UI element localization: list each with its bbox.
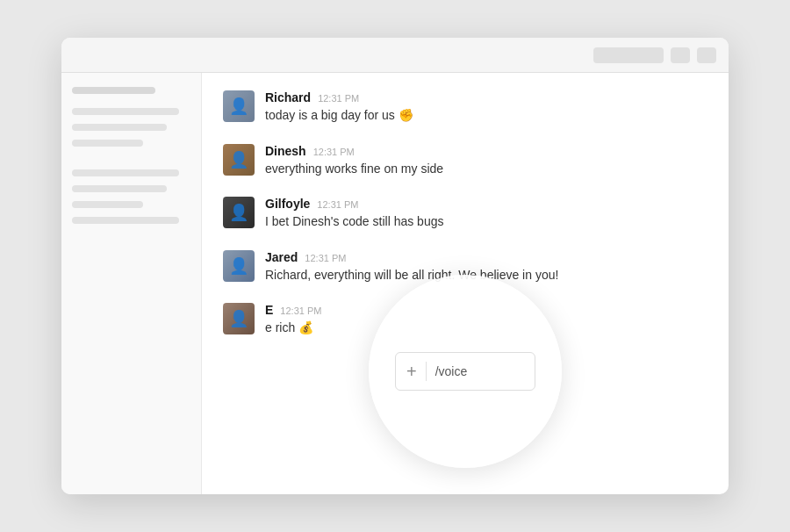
- sidebar-item[interactable]: [72, 169, 179, 176]
- avatar: 👤: [223, 197, 255, 228]
- message-header: Dinesh 12:31 PM: [265, 144, 707, 158]
- timestamp: 12:31 PM: [305, 253, 346, 263]
- message-row: 👤 Gilfoyle 12:31 PM I bet Dinesh's code …: [223, 197, 707, 231]
- sender-name: Dinesh: [265, 144, 306, 158]
- input-divider: [426, 362, 427, 381]
- sidebar-title: [72, 87, 155, 94]
- message-header: Jared 12:31 PM: [265, 250, 707, 264]
- message-text: everything works fine on my side: [265, 161, 707, 178]
- sender-name: Jared: [265, 250, 298, 264]
- sidebar-item[interactable]: [72, 201, 143, 208]
- sidebar: [61, 73, 202, 494]
- sidebar-item[interactable]: [72, 185, 167, 192]
- sender-name: Gilfoyle: [265, 197, 310, 211]
- timestamp: 12:31 PM: [318, 93, 359, 104]
- avatar: 👤: [223, 90, 255, 122]
- sidebar-item[interactable]: [72, 140, 143, 147]
- avatar: 👤: [223, 250, 255, 282]
- message-content: Gilfoyle 12:31 PM I bet Dinesh's code st…: [265, 197, 707, 231]
- sidebar-item[interactable]: [72, 124, 167, 131]
- timestamp: 12:31 PM: [313, 147, 355, 157]
- chat-area: 👤 Richard 12:31 PM today is a big day fo…: [202, 73, 729, 494]
- avatar: 👤: [223, 303, 255, 334]
- titlebar-btn-2[interactable]: [697, 47, 716, 63]
- message-header: Gilfoyle 12:31 PM: [265, 197, 707, 211]
- timestamp: 12:31 PM: [280, 306, 321, 316]
- message-text: today is a big day for us ✊: [265, 107, 707, 125]
- titlebar: [61, 38, 729, 73]
- message-header: Richard 12:31 PM: [265, 90, 707, 104]
- chat-window: 👤 Richard 12:31 PM today is a big day fo…: [61, 38, 729, 494]
- sidebar-item[interactable]: [72, 108, 179, 115]
- zoom-overlay: + /voice: [369, 275, 562, 468]
- search-bar-placeholder: [593, 47, 664, 63]
- message-row: 👤 Richard 12:31 PM today is a big day fo…: [223, 90, 707, 125]
- message-input-box[interactable]: + /voice: [395, 352, 535, 391]
- message-row: 👤 Dinesh 12:31 PM everything works fine …: [223, 144, 707, 178]
- message-content: Dinesh 12:31 PM everything works fine on…: [265, 144, 707, 178]
- message-content: Richard 12:31 PM today is a big day for …: [265, 90, 707, 125]
- message-text: I bet Dinesh's code still has bugs: [265, 213, 707, 231]
- sidebar-item[interactable]: [72, 217, 179, 224]
- sender-name: E: [265, 303, 273, 317]
- main-area: 👤 Richard 12:31 PM today is a big day fo…: [61, 73, 729, 494]
- voice-command-text: /voice: [435, 364, 468, 378]
- sender-name: Richard: [265, 90, 311, 104]
- timestamp: 12:31 PM: [317, 199, 358, 210]
- avatar: 👤: [223, 144, 255, 176]
- titlebar-btn-1[interactable]: [671, 47, 690, 63]
- add-button[interactable]: +: [406, 363, 417, 380]
